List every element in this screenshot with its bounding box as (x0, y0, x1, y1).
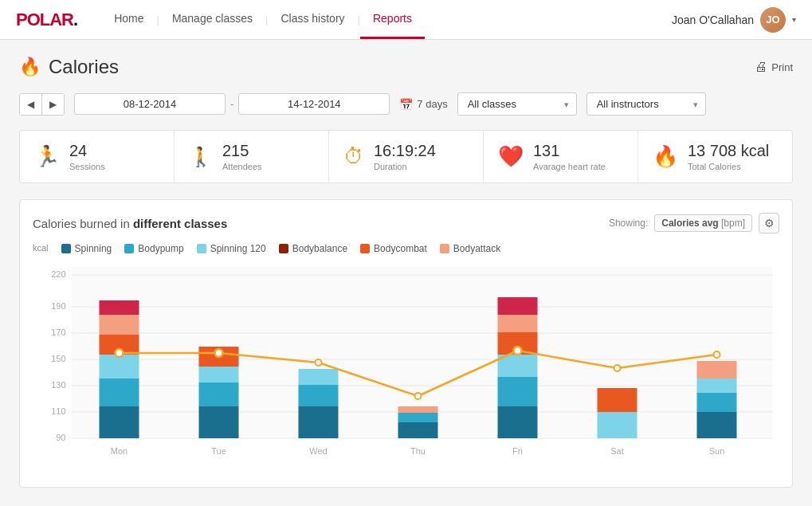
avg-point-fri (514, 347, 522, 355)
date-nav-arrows: ◀ ▶ (19, 93, 65, 116)
stat-sessions-data: 24 Sessions (69, 142, 105, 171)
showing-unit: [bpm] (721, 218, 745, 229)
svg-rect-0 (100, 406, 139, 438)
nav-class-history[interactable]: Class history (268, 0, 357, 39)
chart-header: Calories burned in different classes Sho… (33, 213, 779, 233)
avg-point-wed (316, 359, 322, 366)
avg-point-tue (215, 349, 223, 357)
svg-rect-25 (697, 393, 737, 412)
heartrate-value: 131 (533, 142, 606, 160)
bar-tue (199, 347, 239, 438)
bar-wed (299, 369, 339, 438)
duration-label: Duration (374, 162, 436, 171)
avg-point-thu (415, 393, 422, 399)
y-label-130: 130 (51, 380, 65, 390)
next-arrow[interactable]: ▶ (41, 94, 64, 115)
flame-icon: 🔥 (653, 144, 678, 169)
main-content: 🔥 Calories 🖨 Print ◀ ▶ - 📅 7 days All cl… (0, 40, 812, 504)
fire-icon: 🔥 (19, 57, 41, 77)
legend-bodyattack: Bodyattack (440, 243, 500, 254)
date-range: - (74, 93, 390, 115)
bodycombat-dot (360, 244, 370, 253)
page-title: 🔥 Calories (19, 56, 119, 78)
calendar-icon: 📅 (399, 98, 413, 111)
duration-value: 16:19:24 (374, 142, 436, 160)
nav-home[interactable]: Home (101, 0, 156, 39)
svg-rect-24 (697, 412, 737, 438)
sessions-value: 24 (69, 142, 105, 160)
chart-section: Calories burned in different classes Sho… (19, 199, 793, 488)
x-label-wed: Wed (309, 446, 327, 456)
chevron-down-icon: ▾ (792, 15, 796, 24)
bar-thu (398, 406, 438, 438)
running-icon: 🏃 (34, 144, 60, 169)
nav-reports[interactable]: Reports (360, 0, 425, 39)
kcal-label: kcal (33, 243, 49, 253)
bodypump-dot (124, 244, 134, 253)
chart-svg: .grid-line { stroke: #e8e8e8; stroke-wid… (33, 267, 779, 474)
stat-calories-data: 13 708 kcal Total Calories (688, 142, 769, 171)
avg-point-sat (614, 365, 621, 371)
stat-sessions: 🏃 24 Sessions (20, 131, 175, 182)
classes-select-wrapper: All classes Spinning Bodypump Bodybalanc… (457, 92, 577, 116)
legend-spinning120: Spinning 120 (197, 243, 266, 254)
svg-rect-5 (100, 300, 139, 315)
calories-value: 13 708 kcal (688, 142, 769, 160)
svg-rect-14 (398, 413, 438, 422)
svg-rect-20 (498, 315, 538, 332)
user-name: Joan O'Callahan (672, 14, 754, 26)
date-to-input[interactable] (238, 93, 390, 115)
svg-rect-15 (398, 406, 438, 413)
days-count: 7 days (417, 98, 447, 110)
bodycombat-label: Bodycombat (374, 243, 427, 254)
instructors-select[interactable]: All instructors Instructor A Instructor … (586, 92, 706, 116)
avg-point-sun (714, 351, 720, 358)
bodybalance-dot (279, 244, 288, 253)
svg-rect-4 (100, 315, 139, 335)
y-label-110: 110 (51, 406, 65, 416)
svg-rect-17 (498, 377, 538, 406)
chart-legend: kcal Spinning Bodypump Spinning 120 Body… (33, 241, 779, 256)
svg-rect-27 (697, 361, 737, 379)
print-label: Print (771, 61, 793, 73)
x-label-sat: Sat (610, 446, 624, 456)
chart-showing: Showing: Calories avg [bpm] ⚙ (609, 213, 779, 233)
logo: POLAR. (16, 10, 77, 30)
stat-attendees: 🚶 215 Attendees (175, 131, 329, 182)
avg-point-mon (116, 349, 124, 357)
svg-rect-16 (498, 406, 538, 438)
controls-bar: ◀ ▶ - 📅 7 days All classes Spinning Body… (19, 92, 793, 116)
print-button[interactable]: 🖨 Print (755, 60, 793, 74)
user-area[interactable]: Joan O'Callahan JO ▾ (672, 7, 796, 33)
y-label-170: 170 (51, 328, 65, 337)
stat-duration: ⏱ 16:19:24 Duration (329, 131, 484, 182)
heartrate-label: Avarage heart rate (533, 162, 606, 171)
svg-rect-6 (199, 406, 239, 438)
days-label: 📅 7 days (399, 98, 447, 111)
nav: Home | Manage classes | Class history | … (101, 0, 672, 39)
date-separator: - (230, 98, 233, 110)
settings-button[interactable]: ⚙ (759, 213, 779, 233)
svg-rect-13 (398, 422, 438, 438)
prev-arrow[interactable]: ◀ (20, 94, 41, 115)
x-label-fri: Fri (512, 446, 523, 456)
spinning120-label: Spinning 120 (210, 243, 266, 254)
nav-manage-classes[interactable]: Manage classes (159, 0, 265, 39)
chart-area: .grid-line { stroke: #e8e8e8; stroke-wid… (33, 267, 779, 474)
svg-rect-21 (498, 297, 538, 315)
x-label-sun: Sun (709, 446, 725, 456)
y-label-150: 150 (51, 354, 65, 363)
showing-badge: Calories avg [bpm] (654, 214, 752, 232)
bodyattack-label: Bodyattack (453, 243, 500, 254)
svg-rect-11 (299, 385, 339, 406)
legend-bodybalance: Bodybalance (279, 243, 347, 254)
spinning120-dot (197, 244, 206, 253)
svg-rect-7 (199, 382, 239, 406)
bar-mon (100, 300, 139, 438)
x-label-tue: Tue (211, 446, 226, 456)
attendees-label: Attendees (222, 162, 262, 171)
date-from-input[interactable] (74, 93, 226, 115)
classes-select[interactable]: All classes Spinning Bodypump Bodybalanc… (457, 92, 577, 116)
stat-duration-data: 16:19:24 Duration (374, 142, 436, 171)
printer-icon: 🖨 (755, 60, 767, 74)
